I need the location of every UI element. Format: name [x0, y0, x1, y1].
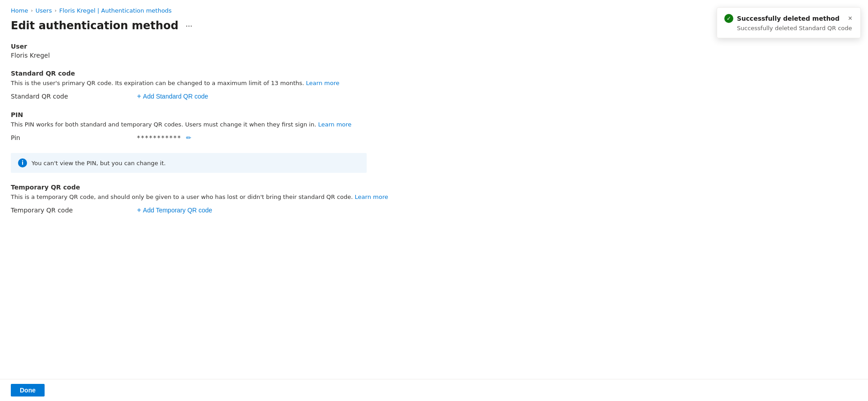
- pin-title: PIN: [11, 111, 395, 118]
- info-text: You can't view the PIN, but you can chan…: [32, 160, 166, 167]
- info-box: i You can't view the PIN, but you can ch…: [11, 153, 367, 173]
- plus-icon: +: [137, 92, 141, 100]
- standard-qr-section: Standard QR code This is the user's prim…: [11, 70, 395, 100]
- toast-body: Successfully deleted Standard QR code: [724, 25, 853, 32]
- info-icon: i: [18, 158, 27, 167]
- add-standard-qr-button[interactable]: + Add Standard QR code: [137, 92, 208, 100]
- pin-field-row: Pin *********** ✏: [11, 133, 395, 142]
- breadcrumb-home[interactable]: Home: [11, 7, 28, 14]
- temporary-qr-title: Temporary QR code: [11, 184, 395, 191]
- plus-icon-2: +: [137, 206, 141, 214]
- add-temporary-qr-button[interactable]: + Add Temporary QR code: [137, 206, 212, 214]
- breadcrumb-auth-methods[interactable]: Floris Kregel | Authentication methods: [59, 7, 172, 14]
- bottom-bar: Done: [0, 379, 868, 401]
- temporary-qr-field-row: Temporary QR code + Add Temporary QR cod…: [11, 206, 395, 214]
- pin-edit-button[interactable]: ✏: [185, 133, 192, 142]
- toast-title: Successfully deleted method: [737, 15, 840, 22]
- done-button[interactable]: Done: [11, 384, 45, 396]
- toast-close-button[interactable]: ×: [847, 15, 853, 22]
- pin-section: PIN This PIN works for both standard and…: [11, 111, 395, 143]
- toast-notification: ✓ Successfully deleted method × Successf…: [717, 7, 861, 38]
- standard-qr-field-row: Standard QR code + Add Standard QR code: [11, 92, 395, 100]
- temporary-qr-section: Temporary QR code This is a temporary QR…: [11, 184, 395, 214]
- user-section: User Floris Kregel: [11, 43, 395, 59]
- chevron-icon-2: ›: [55, 8, 56, 14]
- pencil-icon: ✏: [186, 134, 191, 141]
- pin-learn-more[interactable]: Learn more: [318, 121, 351, 128]
- standard-qr-field-label: Standard QR code: [11, 93, 137, 100]
- user-label: User: [11, 43, 395, 50]
- pin-field-label: Pin: [11, 134, 137, 141]
- standard-qr-title: Standard QR code: [11, 70, 395, 77]
- page-title: Edit authentication method: [11, 19, 178, 32]
- temporary-qr-field-label: Temporary QR code: [11, 207, 137, 214]
- chevron-icon: ›: [31, 8, 32, 14]
- pin-value-row: *********** ✏: [137, 133, 192, 142]
- breadcrumb-users[interactable]: Users: [36, 7, 52, 14]
- success-icon: ✓: [724, 14, 733, 23]
- toast-title-row: ✓ Successfully deleted method: [724, 14, 840, 23]
- temporary-qr-desc: This is a temporary QR code, and should …: [11, 193, 395, 202]
- breadcrumb: Home › Users › Floris Kregel | Authentic…: [11, 7, 395, 14]
- ellipsis-button[interactable]: ···: [183, 20, 195, 32]
- standard-qr-desc: This is the user's primary QR code. Its …: [11, 79, 395, 88]
- toast-header: ✓ Successfully deleted method ×: [724, 14, 853, 23]
- temporary-qr-learn-more[interactable]: Learn more: [355, 194, 388, 200]
- user-name: Floris Kregel: [11, 52, 395, 59]
- standard-qr-learn-more[interactable]: Learn more: [306, 80, 339, 86]
- pin-desc: This PIN works for both standard and tem…: [11, 120, 395, 129]
- pin-dots: ***********: [137, 134, 182, 141]
